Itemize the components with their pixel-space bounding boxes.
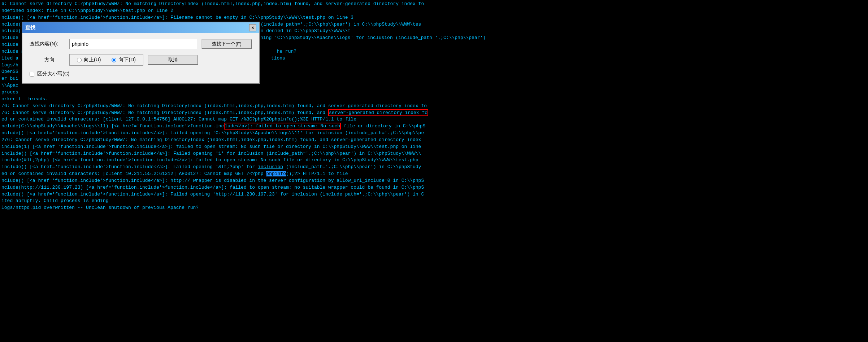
search-input[interactable]: [69, 39, 197, 49]
log-line: ited abruptly. Child process is ending: [1, 198, 867, 205]
log-line: nclude() [<a href='function.include'>fun…: [1, 14, 867, 21]
case-sensitive-checkbox[interactable]: [30, 72, 34, 76]
direction-up-label: 向上(U): [84, 57, 101, 63]
log-line: 276: Cannot serve directory C:/phpStudy/…: [1, 137, 867, 144]
log-line: ed or contained invalid characters: [cli…: [1, 171, 867, 177]
log-line: logs/httpd.pid overwritten -- Unclean sh…: [1, 205, 867, 211]
direction-label: 方向: [30, 57, 69, 63]
direction-group: 向上(U) 向下(D): [69, 54, 143, 66]
log-line: include(1) [<a href='function.include'>f…: [1, 144, 867, 150]
case-sensitive-text: 分大小写(: [42, 71, 64, 76]
log-line: 6: Cannot serve directory C:/phpStudy/WW…: [1, 1, 867, 8]
direction-down-radio[interactable]: [112, 58, 116, 62]
find-dialog-close-button[interactable]: ×: [249, 24, 256, 31]
find-next-button[interactable]: 查找下一个(F): [201, 39, 252, 49]
direction-down-option[interactable]: 向下(D): [112, 57, 135, 63]
find-dialog-titlebar: 查找 ×: [22, 22, 259, 33]
cancel-button[interactable]: 取消: [148, 55, 198, 65]
log-line: 76: Cannot serve directory C:/phpStudy/W…: [1, 103, 867, 110]
direction-up-option[interactable]: 向上(U): [77, 57, 101, 63]
log-line: include() [<a href='function.include'>fu…: [1, 150, 867, 157]
find-dialog-body: 查找内容(N): 查找下一个(F) 方向 向上(U) 向下(D) 取消: [22, 33, 259, 83]
search-label: 查找内容(N):: [30, 41, 69, 47]
log-line: proces: [1, 89, 867, 96]
log-line: 76: Cannot serve directory C:/phpStudy/W…: [1, 110, 867, 117]
log-line: nclude() [<a href='function.include'>fun…: [1, 191, 867, 198]
direction-up-radio[interactable]: [77, 58, 82, 62]
log-line: ndefined index: file in C:\\phpStudy\\WW…: [1, 8, 867, 14]
find-dialog: 查找 × 查找内容(N): 查找下一个(F) 方向 向上(U) 向下(D): [22, 22, 260, 84]
search-row: 查找内容(N): 查找下一个(F): [30, 39, 252, 49]
case-sensitive-label[interactable]: 区分大小写(C): [37, 71, 69, 77]
log-line: nclude() [<a href='function.include'>fun…: [1, 177, 867, 184]
direction-down-label: 向下(D): [118, 57, 135, 63]
log-line: nclude(http://111.230.197.23) [<a href='…: [1, 184, 867, 191]
log-line: orker threads.: [1, 96, 867, 103]
log-line: nclude() [<a href='function.include'>fun…: [1, 130, 867, 137]
log-line: nclude(C:\\phpStudy\\Apache\\logs\\11) […: [1, 123, 867, 130]
close-icon: ×: [251, 25, 254, 30]
log-line: include(&lt;?php) [<a href='function.inc…: [1, 157, 867, 164]
find-dialog-title: 查找: [25, 25, 35, 31]
log-line: ed or contained invalid characters: [cli…: [1, 116, 867, 123]
case-sensitive-row: 区分大小写(C): [30, 71, 252, 77]
direction-row: 方向 向上(U) 向下(D) 取消: [30, 54, 252, 66]
log-line: include() [<a href='function.include'>fu…: [1, 164, 867, 171]
